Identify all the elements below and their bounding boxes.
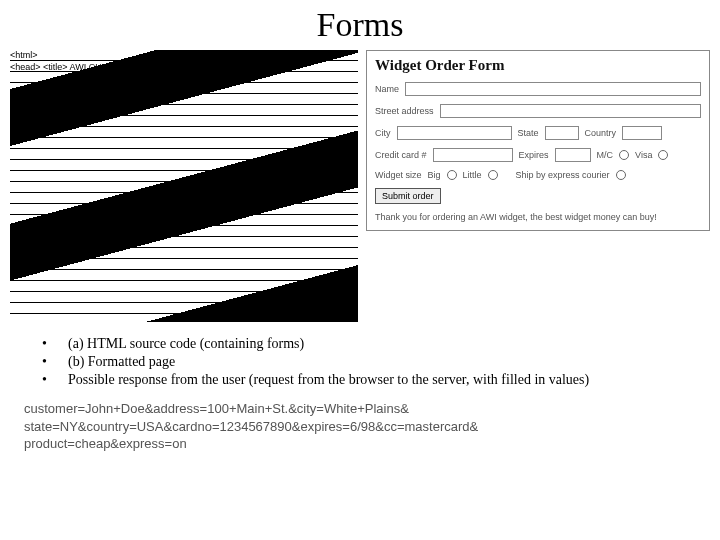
bullet-text: (b) Formatted page	[68, 354, 175, 370]
bullet-dot: •	[42, 354, 68, 370]
input-card[interactable]	[433, 148, 513, 162]
bullet-text: Possible response from the user (request…	[68, 372, 589, 388]
bullet-dot: •	[42, 336, 68, 352]
radio-ship[interactable]	[616, 170, 626, 180]
row-street: Street address	[375, 104, 701, 118]
label-city: City	[375, 128, 391, 138]
label-card: Credit card #	[375, 150, 427, 160]
label-expires: Expires	[519, 150, 549, 160]
input-country[interactable]	[622, 126, 662, 140]
response-line: product=cheap&express=on	[24, 435, 710, 453]
row-name: Name	[375, 82, 701, 96]
thank-you-text: Thank you for ordering an AWI widget, th…	[375, 212, 701, 222]
label-big: Big	[428, 170, 441, 180]
bullet-text: (a) HTML source code (containing forms)	[68, 336, 304, 352]
label-ship: Ship by express courier	[516, 170, 610, 180]
response-line: state=NY&country=USA&cardno=1234567890&e…	[24, 418, 710, 436]
source-code-panel: <html> <head> <title> AWI CUSTOMER ORDER…	[10, 50, 358, 322]
radio-mc[interactable]	[619, 150, 629, 160]
bullet-item: • (a) HTML source code (containing forms…	[42, 336, 702, 352]
form-heading: Widget Order Form	[375, 57, 701, 74]
bullet-list: • (a) HTML source code (containing forms…	[0, 322, 720, 394]
upper-row: <html> <head> <title> AWI CUSTOMER ORDER…	[0, 44, 720, 322]
radio-big[interactable]	[447, 170, 457, 180]
label-state: State	[518, 128, 539, 138]
input-name[interactable]	[405, 82, 701, 96]
label-visa: Visa	[635, 150, 652, 160]
response-line: customer=John+Doe&address=100+Main+St.&c…	[24, 400, 710, 418]
submit-button[interactable]: Submit order	[375, 188, 441, 204]
input-street[interactable]	[440, 104, 701, 118]
label-little: Little	[463, 170, 482, 180]
label-street: Street address	[375, 106, 434, 116]
row-widget: Widget size Big Little Ship by express c…	[375, 170, 701, 180]
label-widget-size: Widget size	[375, 170, 422, 180]
radio-visa[interactable]	[658, 150, 668, 160]
input-city[interactable]	[397, 126, 512, 140]
bullet-item: • Possible response from the user (reque…	[42, 372, 702, 388]
bullet-dot: •	[42, 372, 68, 388]
label-mc: M/C	[597, 150, 614, 160]
row-city: City State Country	[375, 126, 701, 140]
input-expires[interactable]	[555, 148, 591, 162]
response-block: customer=John+Doe&address=100+Main+St.&c…	[0, 394, 720, 453]
label-country: Country	[585, 128, 617, 138]
input-state[interactable]	[545, 126, 579, 140]
rendered-form-panel: Widget Order Form Name Street address Ci…	[366, 50, 710, 231]
radio-little[interactable]	[488, 170, 498, 180]
row-card: Credit card # Expires M/C Visa	[375, 148, 701, 162]
artifact-stripes	[10, 50, 358, 322]
source-line-1: <html>	[10, 50, 358, 62]
label-name: Name	[375, 84, 399, 94]
bullet-item: • (b) Formatted page	[42, 354, 702, 370]
source-line-2: <head> <title> AWI CUSTOMER ORDERING FOR…	[10, 62, 358, 74]
slide-title: Forms	[0, 0, 720, 44]
